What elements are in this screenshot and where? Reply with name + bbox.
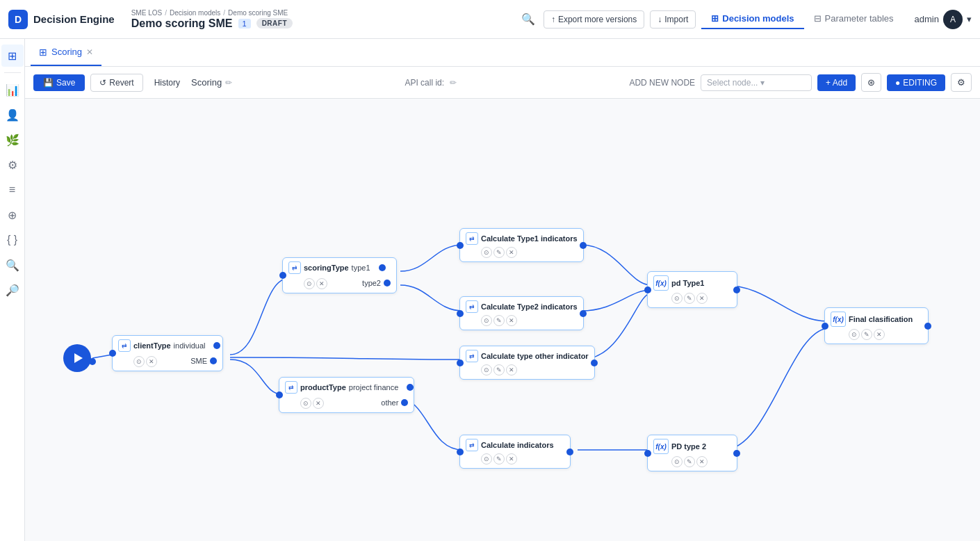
history-button[interactable]: History — [149, 74, 186, 91]
node-action-delete[interactable]: ✕ — [696, 293, 708, 304]
function-icon: f(x) — [653, 439, 669, 454]
node-action-delete[interactable]: ✕ — [313, 398, 324, 409]
node-pd-type1[interactable]: f(x) pd Type1 ⊙ ✎ ✕ — [647, 271, 737, 308]
sidebar-item-search2[interactable]: 🔎 — [1, 279, 24, 301]
node-calc-type1[interactable]: ⇄ Calculate Type1 indicators ⊙ ✎ ✕ — [459, 228, 584, 262]
sidebar-item-home[interactable]: ⊞ — [1, 45, 24, 67]
node-pd-type2[interactable]: f(x) PD type 2 ⊙ ✎ ✕ — [647, 435, 737, 471]
node-calc-type2[interactable]: ⇄ Calculate Type2 indicators ⊙ ✎ ✕ — [459, 296, 584, 330]
start-node[interactable] — [63, 344, 91, 372]
sidebar-item-users[interactable]: 👤 — [1, 104, 24, 126]
play-icon — [74, 353, 83, 363]
node-action-settings[interactable]: ⊙ — [671, 456, 683, 467]
tab-close-button[interactable]: ✕ — [86, 47, 93, 57]
chevron-down-icon: ▾ — [760, 78, 765, 88]
node-action-edit[interactable]: ✎ — [493, 364, 505, 376]
sidebar-item-filter[interactable]: ≡ — [1, 179, 24, 201]
nav-tabs: ⊞ Decision models ⊟ Parameter tables — [701, 9, 903, 29]
import-button[interactable]: ↓ Import — [650, 10, 696, 29]
node-action-edit[interactable]: ✎ — [493, 315, 505, 326]
node-action-settings[interactable]: ⊙ — [671, 293, 683, 304]
sidebar-item-layers[interactable]: ⊕ — [1, 204, 24, 226]
switch-icon: ⇄ — [466, 232, 478, 245]
dot-right-bottom — [210, 357, 217, 364]
node-action-edit[interactable]: ✎ — [493, 453, 505, 465]
sidebar-item-group[interactable]: ⚙ — [1, 154, 24, 176]
node-clienttype[interactable]: ⇄ clientType individual ⊙ ✕ SME — [112, 335, 223, 371]
node-action-settings[interactable]: ⊙ — [304, 278, 315, 289]
canvas[interactable]: ⇄ clientType individual ⊙ ✕ SME — [25, 99, 980, 541]
dot-right — [924, 323, 931, 330]
node-header: ⇄ Calculate indicators — [466, 439, 564, 451]
nav-tab-parameter-tables[interactable]: ⊟ Parameter tables — [804, 9, 904, 29]
tab-label: Scoring — [51, 47, 82, 57]
dot-left — [457, 310, 464, 317]
node-action-delete[interactable]: ✕ — [506, 247, 517, 258]
revert-button[interactable]: ↺ Revert — [90, 74, 142, 92]
switch-icon: ⇄ — [466, 439, 478, 451]
node-actions: ⊙ ✕ — [300, 398, 324, 409]
sidebar-item-chart[interactable]: 📊 — [1, 79, 24, 101]
sidebar-item-search[interactable]: 🔍 — [1, 254, 24, 276]
share-button[interactable]: ⊛ — [861, 73, 881, 92]
node-action-delete[interactable]: ✕ — [316, 278, 327, 289]
node-producttype[interactable]: ⇄ productType project finance ⊙ ✕ other — [279, 377, 414, 413]
switch-icon: ⇄ — [288, 261, 301, 274]
api-edit-icon[interactable]: ✏ — [450, 78, 457, 88]
navbar-actions: 🔍 ↑ Export more versions ↓ Import ⊞ Deci… — [518, 9, 972, 29]
node-select[interactable]: Select node... ▾ — [701, 74, 812, 91]
save-button[interactable]: 💾 Save — [33, 74, 85, 91]
node-scoringtype[interactable]: ⇄ scoringType type1 ⊙ ✕ type2 — [282, 257, 397, 293]
export-button[interactable]: ↑ Export more versions — [544, 10, 644, 29]
node-action-edit[interactable]: ✎ — [684, 293, 695, 304]
dot-left — [457, 449, 464, 455]
start-dot — [89, 358, 96, 365]
search-button[interactable]: 🔍 — [518, 10, 538, 29]
node-action-delete[interactable]: ✕ — [506, 315, 517, 326]
dot-right-top — [407, 384, 414, 391]
tab-scoring[interactable]: ⊞ Scoring ✕ — [31, 39, 101, 66]
node-action-delete[interactable]: ✕ — [874, 329, 885, 340]
node-actions: ⊙ ✎ ✕ — [466, 364, 589, 376]
page-title: Demo scoring SME — [131, 17, 233, 30]
dot-right — [591, 360, 598, 366]
node-actions: ⊙ ✕ — [304, 278, 327, 289]
avatar: A — [943, 10, 963, 29]
export-icon: ↑ — [551, 15, 555, 24]
breadcrumb-bottom: Demo scoring SME 1 DRAFT — [131, 17, 513, 30]
node-action-settings[interactable]: ⊙ — [481, 453, 492, 465]
node-actions: ⊙ ✕ — [133, 356, 157, 367]
node-action-settings[interactable]: ⊙ — [849, 329, 860, 340]
node-action-edit[interactable]: ✎ — [684, 456, 695, 467]
node-action-delete[interactable]: ✕ — [506, 453, 517, 465]
sidebar-item-code[interactable]: { } — [1, 229, 24, 251]
node-actions: ⊙ ✎ ✕ — [466, 315, 578, 326]
edit-mode-icon: ● — [895, 78, 900, 88]
function-icon: f(x) — [653, 275, 669, 291]
node-action-settings[interactable]: ⊙ — [481, 364, 492, 376]
node-action-delete[interactable]: ✕ — [506, 364, 517, 376]
node-calc-indicators[interactable]: ⇄ Calculate indicators ⊙ ✎ ✕ — [459, 435, 571, 469]
node-action-delete[interactable]: ✕ — [146, 356, 157, 367]
save-icon: 💾 — [43, 78, 54, 88]
sidebar-item-tree[interactable]: 🌿 — [1, 129, 24, 151]
nav-tab-decision-models[interactable]: ⊞ Decision models — [701, 9, 803, 29]
node-action-settings[interactable]: ⊙ — [300, 398, 311, 409]
node-action-settings[interactable]: ⊙ — [133, 356, 145, 367]
settings-button[interactable]: ⚙ — [951, 73, 972, 92]
dot-left — [276, 391, 283, 398]
node-action-edit[interactable]: ✎ — [861, 329, 872, 340]
node-final-classification[interactable]: f(x) Final clasification ⊙ ✎ ✕ — [824, 307, 929, 344]
node-calc-other[interactable]: ⇄ Calculate type other indicator ⊙ ✎ ✕ — [459, 346, 595, 380]
user-menu[interactable]: admin A ▾ — [915, 10, 972, 29]
node-action-edit[interactable]: ✎ — [493, 247, 505, 258]
edit-icon[interactable]: ✏ — [225, 78, 232, 88]
node-action-delete[interactable]: ✕ — [696, 456, 708, 467]
add-node-button[interactable]: + Add — [817, 74, 856, 91]
dot-right-bottom — [401, 399, 408, 406]
node-action-settings[interactable]: ⊙ — [481, 315, 492, 326]
function-icon: f(x) — [831, 312, 846, 327]
node-action-settings[interactable]: ⊙ — [481, 247, 492, 258]
scoring-label: Scoring ✏ — [191, 77, 232, 88]
editing-button[interactable]: ● EDITING — [887, 74, 945, 91]
